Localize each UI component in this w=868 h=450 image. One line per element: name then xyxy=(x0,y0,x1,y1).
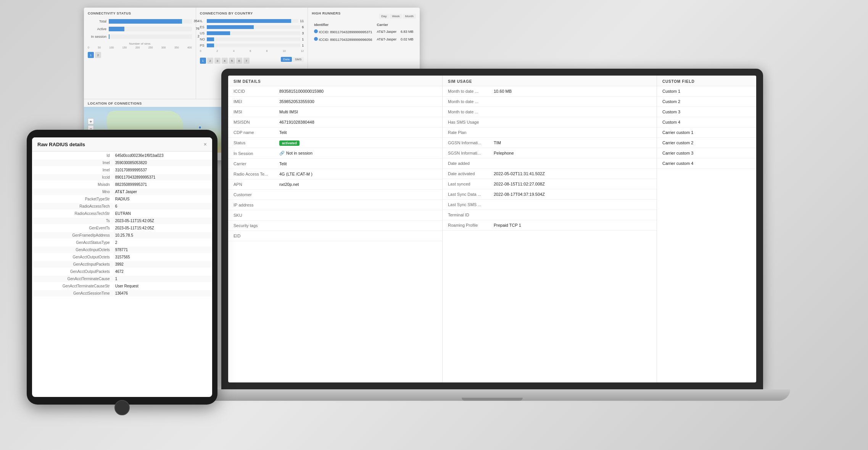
bar-fill-active xyxy=(109,27,124,31)
carrier-custom-3: Carrier custom 3 xyxy=(657,148,756,158)
custom-field-section: CUSTOM FIELD Custom 1 Custom 2 Custom 3 … xyxy=(657,76,756,382)
country-value-NO: 1 xyxy=(302,37,304,41)
sim-detail-msisdn: MSISDN 467191028380448 xyxy=(228,117,442,127)
country-pagination: 1 2 3 4 5 6 7 xyxy=(200,58,250,64)
radius-val-genacctsessiontime: 136476 xyxy=(114,290,211,297)
status-badge: activated xyxy=(279,140,300,146)
sim-label-rat: Radio Access Te... xyxy=(234,172,279,176)
sim-value-carrier: Telit xyxy=(279,161,437,166)
sim-label-sku: SKU xyxy=(234,213,279,218)
time-buttons: Day Week Month xyxy=(379,14,416,19)
sim-details-section: SIM DETAILS ICCID 8935815100000015980 IM… xyxy=(228,76,443,382)
sim-value-rat: 4G (LTE /CAT-M ) xyxy=(279,172,437,176)
custom-3: Custom 3 xyxy=(657,107,756,117)
radius-row-imel2: Imel 310170899995537 xyxy=(33,167,211,173)
country-value-US: 3 xyxy=(302,31,304,35)
radius-val-genaccttermcausestr: User Request xyxy=(114,283,211,289)
sim-detail-eid: EID xyxy=(228,231,442,241)
usage-dateadded: Date added xyxy=(443,158,657,169)
radius-val-genacctstatustype: 2 xyxy=(114,239,211,246)
bar-fill-total xyxy=(109,19,182,24)
country-page-6[interactable]: 6 xyxy=(236,58,242,64)
country-label-US: US xyxy=(200,31,207,35)
radius-key-imel2: Imel xyxy=(33,167,113,173)
page-btn-1[interactable]: 1 xyxy=(88,52,94,58)
bar-label-total: Total xyxy=(88,19,109,23)
sim-detail-insession: In Session 🔗Not in session xyxy=(228,148,442,159)
radius-row-iccid: Iccid 8901170432899995371 xyxy=(33,174,211,181)
country-fill-NO xyxy=(207,37,214,41)
radius-val-genacctinputoctets: 978771 xyxy=(114,247,211,253)
usage-label-dateactivated: Date activated xyxy=(448,171,494,176)
month-button[interactable]: Month xyxy=(403,14,416,19)
usage-value-mtd1: 10.60 MB xyxy=(494,89,651,94)
radius-row-genframedip: GenFramedIpAddress 10.25.78.5 xyxy=(33,232,211,239)
hr-row-1: ICCID: 8901170432899999995371 AT&T-Jaspe… xyxy=(312,28,415,35)
laptop-screen-inner: SIM DETAILS ICCID 8935815100000015980 IM… xyxy=(228,76,756,382)
usage-value-lastsynced: 2022-08-15T11:02:27.008Z xyxy=(494,182,651,186)
country-page-5[interactable]: 5 xyxy=(229,58,235,64)
usage-lastsyncdata: Last Sync Data ... 2022-08-17T04:37:19.5… xyxy=(443,189,657,200)
sim-detail-iccid: ICCID 8935815100000015980 xyxy=(228,86,442,97)
carrier-custom-value-4: Carrier custom 4 xyxy=(662,161,751,166)
country-page-7[interactable]: 7 xyxy=(243,58,250,64)
sim-detail-cdpname: CDP name Telit xyxy=(228,127,442,138)
country-track-ES xyxy=(207,25,301,29)
usage-rateplan: Rate Plan xyxy=(443,127,657,138)
radius-key-msisdn: Msisdn xyxy=(33,181,113,188)
usage-label-terminalid: Terminal ID xyxy=(448,213,494,217)
bar-total: Total 354 xyxy=(88,19,192,24)
country-track-IL xyxy=(207,19,299,23)
country-page-1[interactable]: 1 xyxy=(200,58,206,64)
sim-value-iccid: 8935815100000015980 xyxy=(279,89,437,94)
radius-row-genaccttermcausestr: GenAcctTerminateCauseStr User Request xyxy=(33,283,211,289)
sim-label-insession: In Session xyxy=(234,151,279,156)
high-runners-table: Identifier Carrier ICCID: 89011704328999… xyxy=(312,21,416,44)
page-btn-2[interactable]: 2 xyxy=(95,52,101,58)
usage-value-sgsn: Pelephone xyxy=(494,151,651,155)
radius-val-mno: AT&T Jasper xyxy=(114,189,211,195)
radius-header: Raw RADIUS details × xyxy=(32,137,212,152)
country-label-ES: ES xyxy=(200,25,207,29)
radius-key-mno: Mno xyxy=(33,189,113,195)
radius-key-genaccttermcausestr: GenAcctTerminateCauseStr xyxy=(33,283,113,289)
week-button[interactable]: Week xyxy=(390,14,402,19)
sim-value-imei: 359852053355930 xyxy=(279,99,437,104)
data-button[interactable]: Data xyxy=(281,57,292,62)
sim-value-insession: 🔗Not in session xyxy=(279,151,437,156)
sim-detail-carrier: Carrier Telit xyxy=(228,159,442,169)
laptop-base xyxy=(194,389,790,401)
hr-row-2: ICCID: 8901170432899999996056 AT&T-Jaspe… xyxy=(312,36,415,43)
sim-detail-sectags: Security tags xyxy=(228,221,442,231)
close-button[interactable]: × xyxy=(204,141,207,147)
hr-col-carrier: Carrier xyxy=(375,22,398,27)
country-bottom: 1 2 3 4 5 6 7 Data SMS xyxy=(200,55,304,64)
country-track-NO xyxy=(207,37,301,41)
carrier-custom-value-1: Carrier custom 1 xyxy=(662,130,751,135)
radius-key-genacctinputpackets: GenAcctInputPackets xyxy=(33,261,113,268)
country-page-3[interactable]: 3 xyxy=(214,58,221,64)
custom-4: Custom 4 xyxy=(657,117,756,127)
sim-label-imsi: IMSI xyxy=(234,110,279,114)
usage-value-dateactivated: 2022-05-02T11:31:41.502Z xyxy=(494,171,651,176)
sim-label-customer: Customer xyxy=(234,192,279,197)
country-value-ES: 6 xyxy=(302,25,304,29)
country-label-NO: NO xyxy=(200,37,207,41)
connectivity-panel: CONNECTIVITY STATUS Total 354 Active 76 xyxy=(84,8,196,99)
country-page-4[interactable]: 4 xyxy=(222,58,228,64)
tablet-screen: Raw RADIUS details × Id 645d0ccd00236e1f… xyxy=(32,137,212,397)
day-button[interactable]: Day xyxy=(379,14,389,19)
hr-icon-1: ICCID: 8901170432899999995371 xyxy=(312,28,374,35)
sms-button[interactable]: SMS xyxy=(293,57,304,62)
usage-label-mtd1: Month to date ... xyxy=(448,89,494,94)
sim-details-header: SIM DETAILS xyxy=(228,76,442,86)
sim-value-status: activated xyxy=(279,140,437,145)
tablet-home-button[interactable] xyxy=(114,400,130,415)
country-bar-ES: ES 6 xyxy=(200,25,304,29)
high-runners-title: HIGH RUNNERS xyxy=(312,11,341,15)
radius-row-genacctoutputoctets: GenAcctOutputOctets 3157565 xyxy=(33,254,211,260)
map-controls: + − xyxy=(88,118,94,131)
zoom-in[interactable]: + xyxy=(88,118,94,124)
country-page-2[interactable]: 2 xyxy=(207,58,213,64)
radius-row-genacctinputpackets: GenAcctInputPackets 3992 xyxy=(33,261,211,268)
